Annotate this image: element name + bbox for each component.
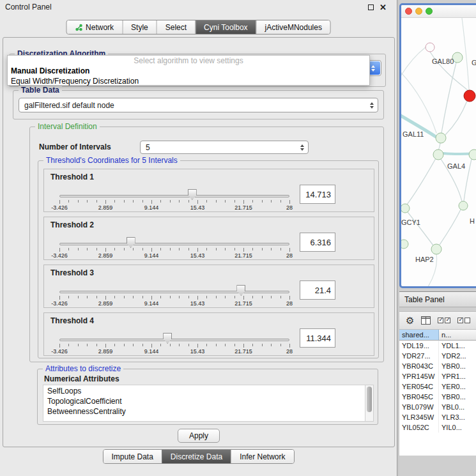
slider-thumb[interactable] xyxy=(188,189,197,200)
network-node[interactable] xyxy=(426,43,434,52)
tick-mark xyxy=(225,248,226,250)
network-window-titlebar[interactable] xyxy=(401,5,476,18)
tick-label: 9.144 xyxy=(144,300,159,307)
float-icon[interactable] xyxy=(368,4,374,10)
columns-icon[interactable] xyxy=(421,316,431,325)
attribute-item-topologicalcoefficient[interactable]: TopologicalCoefficient xyxy=(47,396,365,406)
tick-mark xyxy=(262,200,263,203)
network-node[interactable] xyxy=(433,150,443,160)
network-node[interactable] xyxy=(469,150,476,160)
tick-mark xyxy=(197,200,198,204)
slider-thumb[interactable] xyxy=(127,237,135,248)
close-traffic-light-icon[interactable] xyxy=(405,8,412,15)
threshold-slider[interactable]: -3.4262.8599.14415.4321.71528 xyxy=(59,169,289,213)
network-node[interactable] xyxy=(452,52,463,63)
network-node[interactable] xyxy=(436,133,446,143)
table-row[interactable]: YLR345WYLR3... xyxy=(399,412,476,422)
attribute-item-selfloops[interactable]: SelfLoops xyxy=(47,386,365,396)
algorithm-option-equal-width-frequency-discretization[interactable]: Equal Width/Frequency Discretization xyxy=(8,76,369,86)
network-node-selected[interactable] xyxy=(464,90,475,102)
table-row[interactable]: YIL052CYIL0... xyxy=(399,422,476,433)
table-row[interactable]: YDL19...YDL1... xyxy=(399,341,476,351)
tab-network[interactable]: Network xyxy=(66,20,122,34)
threshold-value-field[interactable]: 6.316 xyxy=(300,233,335,252)
interval-definition-group: Interval Definition Number of Intervals … xyxy=(29,127,384,362)
network-edge xyxy=(445,101,467,135)
select-all-checkbox-icon[interactable] xyxy=(438,318,450,323)
threshold-value-field[interactable]: 14.713 xyxy=(300,185,335,204)
table-data-value: galFiltered.sif default node xyxy=(24,101,114,110)
tick-mark xyxy=(87,344,88,346)
table-row[interactable]: YER054CYER0... xyxy=(399,381,476,392)
column-header-1[interactable]: n... xyxy=(439,330,476,341)
algorithm-option-manual-discretization[interactable]: Manual Discretization xyxy=(8,66,369,76)
table-row[interactable]: YPR145WYPR1... xyxy=(399,371,476,381)
slider-thumb[interactable] xyxy=(163,333,172,344)
tab-cyni-toolbox[interactable]: Cyni Toolbox xyxy=(195,20,256,34)
threshold-value-field[interactable]: 21.4 xyxy=(300,280,335,300)
threshold-slider[interactable]: -3.4262.8599.14415.4321.71528 xyxy=(59,265,289,309)
threshold-slider[interactable]: -3.4262.8599.14415.4321.71528 xyxy=(59,217,289,261)
table-row[interactable]: YDR27...YDR2... xyxy=(399,351,476,361)
deselect-checkbox-icon[interactable] xyxy=(457,318,470,323)
tab-jactivemnodules[interactable]: jActiveMNodules xyxy=(256,20,330,34)
tick-label: 9.144 xyxy=(144,204,159,211)
number-of-intervals-combobox[interactable]: 5 xyxy=(140,141,309,154)
tab-style[interactable]: Style xyxy=(122,20,157,34)
slider-ticks xyxy=(59,200,289,204)
threshold-slider[interactable]: -3.4262.8599.14415.4321.71528 xyxy=(59,313,289,357)
tab-infer-network[interactable]: Infer Network xyxy=(231,450,293,463)
tick-mark xyxy=(179,344,180,346)
tab-label: Cyni Toolbox xyxy=(204,23,247,32)
apply-button[interactable]: Apply xyxy=(178,429,220,443)
table-row[interactable]: YBR043CYBR0... xyxy=(399,361,476,371)
tick-label: 21.715 xyxy=(234,252,252,259)
attribute-item-betweennesscentrality[interactable]: BetweennessCentrality xyxy=(47,406,365,417)
node-label-gcy1: GCY1 xyxy=(401,219,420,226)
network-canvas[interactable]: GAL80GAGAL11GAL4GCY1HHAP2 xyxy=(401,18,476,288)
gear-icon[interactable]: ⚙ xyxy=(406,316,414,325)
tick-label: 28 xyxy=(286,300,293,307)
network-node[interactable] xyxy=(401,204,410,213)
network-node[interactable] xyxy=(431,244,441,254)
tab-discretize-data[interactable]: Discretize Data xyxy=(162,450,231,463)
table-cell: YLR345W xyxy=(399,412,439,422)
zoom-traffic-light-icon[interactable] xyxy=(426,8,433,15)
tab-select[interactable]: Select xyxy=(157,20,195,34)
network-node[interactable] xyxy=(459,201,468,210)
tick-mark xyxy=(114,344,115,346)
table-row[interactable]: YBL079WYBL0... xyxy=(399,402,476,412)
tick-mark xyxy=(188,296,189,298)
scrollbar-thumb[interactable] xyxy=(367,387,372,412)
tab-label: Select xyxy=(165,23,187,32)
table-data-combobox[interactable]: galFiltered.sif default node xyxy=(19,98,378,112)
tick-mark xyxy=(225,344,226,346)
tick-label: 21.715 xyxy=(234,300,252,307)
numerical-attributes-list[interactable]: SelfLoopsTopologicalCoefficientBetweenne… xyxy=(43,385,374,422)
table-cell: YPR1... xyxy=(439,371,476,381)
cyni-toolbox-panel: Discretization Algorithm Select algorith… xyxy=(3,37,395,447)
scrollbar[interactable] xyxy=(365,385,373,421)
column-header-0[interactable]: shared... xyxy=(399,330,439,341)
table-panel-header[interactable]: Table Panel xyxy=(399,291,476,307)
number-of-intervals-label: Number of Intervals xyxy=(39,142,111,151)
interval-definition-legend: Interval Definition xyxy=(35,122,100,131)
right-side: GAL80GAGAL11GAL4GCY1HHAP2 Table Panel ⚙ … xyxy=(399,0,476,476)
close-icon[interactable]: ✕ xyxy=(380,3,387,12)
tick-mark xyxy=(124,248,125,250)
node-label-gal11: GAL11 xyxy=(403,130,424,138)
minimize-traffic-light-icon[interactable] xyxy=(415,8,422,15)
table-cell: YIL0... xyxy=(439,422,476,433)
tick-label: 2.859 xyxy=(98,300,113,307)
tab-label: Network xyxy=(86,23,114,32)
tab-label: jActiveMNodules xyxy=(265,23,322,32)
attributes-group-legend: Attributes to discretize xyxy=(43,364,123,373)
tick-mark xyxy=(160,296,161,298)
slider-thumb[interactable] xyxy=(236,285,245,296)
table-row[interactable]: YBR045CYBR0... xyxy=(399,392,476,402)
threshold-value-field[interactable]: 11.344 xyxy=(300,328,335,348)
tick-mark xyxy=(59,248,60,252)
tick-mark xyxy=(68,200,69,203)
network-node[interactable] xyxy=(401,240,408,249)
tab-impute-data[interactable]: Impute Data xyxy=(103,450,161,463)
